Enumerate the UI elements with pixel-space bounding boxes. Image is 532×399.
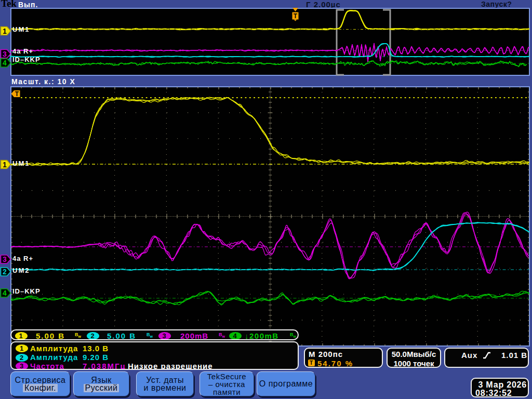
svg-text:3: 3: [3, 50, 7, 58]
svg-text:3: 3: [3, 255, 7, 263]
svg-text:1: 1: [3, 161, 7, 169]
svg-text:1: 1: [3, 27, 7, 35]
svg-text:4: 4: [3, 289, 7, 297]
svg-text:T: T: [294, 12, 298, 20]
svg-text:T: T: [15, 90, 19, 98]
svg-text:4: 4: [3, 59, 7, 67]
svg-text:2: 2: [3, 268, 7, 276]
